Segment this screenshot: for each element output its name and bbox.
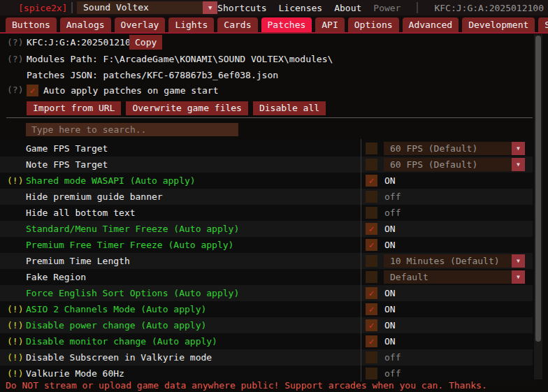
tab-development[interactable]: Development: [462, 17, 535, 32]
patch-select[interactable]: 60 FPS (Default)▼: [384, 158, 525, 171]
help-icon[interactable]: (?): [7, 52, 23, 66]
copy-button[interactable]: Copy: [129, 35, 162, 50]
patch-label: Shared mode WASAPI (Auto apply): [26, 175, 196, 186]
patch-control: 10 Minutes (Default)▼: [366, 253, 525, 269]
patch-checkbox[interactable]: ✓: [366, 319, 377, 331]
search-input[interactable]: [26, 123, 238, 136]
patch-checkbox[interactable]: ✓: [366, 287, 377, 299]
patch-checkbox[interactable]: [366, 207, 377, 219]
patch-label: Fake Region: [26, 272, 86, 282]
patch-checkbox[interactable]: ✓: [366, 303, 377, 315]
patch-list: Game FPS Target60 FPS (Default)▼Note FPS…: [0, 140, 533, 382]
patch-row: Standard/Menu Timer Freeze (Auto apply)✓…: [0, 221, 533, 237]
patch-checkbox[interactable]: [366, 271, 377, 283]
patch-row: Game FPS Target60 FPS (Default)▼: [0, 140, 533, 157]
patch-checkbox[interactable]: ✓: [366, 223, 377, 235]
warning-icon: (!): [7, 175, 23, 186]
game-selector-dropdown[interactable]: Sound Voltex ▼: [77, 1, 217, 14]
tab-patches[interactable]: Patches: [261, 17, 312, 32]
topbar-divider: [417, 2, 418, 13]
tab-buttons[interactable]: Buttons: [6, 17, 57, 32]
spice2x-window: [spice2x] Sound Voltex ▼ ShortcutsLicens…: [0, 0, 548, 392]
patch-action-buttons: Import from URLOverwrite game filesDisab…: [27, 101, 326, 115]
scrollbar-thumb[interactable]: [535, 36, 541, 342]
chevron-down-icon[interactable]: ▼: [203, 1, 217, 14]
patch-label: Valkurie Mode 60Hz: [26, 368, 124, 379]
patch-control: ✓ON: [366, 173, 396, 189]
topbar-divider: [71, 2, 73, 13]
patch-state-label: ON: [384, 175, 396, 186]
patch-checkbox[interactable]: [366, 143, 377, 154]
patch-row: (!)Valkurie Mode 60Hzoff: [0, 365, 533, 382]
patch-label: Note FPS Target: [26, 159, 108, 170]
patch-checkbox[interactable]: [366, 159, 377, 170]
tab-lights[interactable]: Lights: [168, 17, 214, 32]
game-version-label: KFC:J:G:A:2025012100: [434, 3, 544, 13]
chevron-down-icon[interactable]: ▼: [512, 270, 525, 284]
patch-row: (!)Shared mode WASAPI (Auto apply)✓ON: [0, 173, 533, 189]
warning-icon: (!): [7, 304, 23, 314]
patch-control: 60 FPS (Default)▼: [366, 157, 525, 173]
help-icon[interactable]: (?): [7, 36, 23, 50]
disable-all-button[interactable]: Disable all: [253, 101, 326, 115]
patch-checkbox[interactable]: ✓: [366, 335, 377, 347]
patch-checkbox[interactable]: ✓: [366, 239, 377, 251]
patch-row: Premium Time Length10 Minutes (Default)▼: [0, 253, 533, 269]
menu-item-power[interactable]: Power: [373, 3, 401, 13]
patch-state-label: off: [384, 352, 401, 363]
warning-icon: (!): [7, 368, 23, 379]
patch-label: Hide premium guide banner: [26, 191, 163, 202]
patch-label: Game FPS Target: [26, 143, 108, 154]
patches-json-row: Patches JSON: patches/KFC-678867b3_6ef03…: [0, 68, 531, 82]
patch-label: Hide all bottom text: [26, 208, 136, 218]
menu-item-licenses[interactable]: Licenses: [279, 3, 323, 13]
tab-search[interactable]: Search: [538, 17, 548, 32]
footer-notice: Do NOT stream or upload game data anywhe…: [6, 380, 487, 391]
patch-select[interactable]: 10 Minutes (Default)▼: [384, 254, 525, 268]
patch-state-label: ON: [384, 288, 396, 298]
auto-apply-checkbox[interactable]: ✓: [27, 85, 38, 96]
patch-state-label: off: [384, 208, 401, 218]
patch-state-label: off: [384, 368, 401, 379]
patch-checkbox[interactable]: [366, 255, 377, 267]
tab-cards[interactable]: Cards: [217, 17, 257, 32]
patch-row: Hide all bottom textoff: [0, 205, 533, 221]
patch-state-label: ON: [384, 320, 396, 331]
patch-select[interactable]: 60 FPS (Default)▼: [384, 142, 525, 155]
patch-control: Default▼: [366, 269, 525, 285]
chevron-down-icon[interactable]: ▼: [512, 254, 525, 268]
warning-icon: (!): [7, 352, 23, 363]
patch-label: Premium Time Length: [26, 256, 130, 266]
help-icon[interactable]: (?): [7, 85, 23, 95]
tab-options[interactable]: Options: [348, 17, 399, 32]
patch-row: Premium Free Timer Freeze (Auto apply)✓O…: [0, 237, 533, 253]
patch-state-label: ON: [384, 240, 396, 250]
patch-label: Disable monitor change (Auto apply): [26, 336, 217, 347]
patch-control: ✓ON: [366, 237, 396, 253]
menu-item-shortcuts[interactable]: Shortcuts: [217, 3, 266, 13]
tab-overlay[interactable]: Overlay: [115, 17, 166, 32]
warning-icon: (!): [7, 336, 23, 347]
patch-label: ASIO 2 Channels Mode (Auto apply): [26, 304, 206, 314]
patch-select[interactable]: Default▼: [384, 270, 525, 284]
patch-checkbox[interactable]: [366, 351, 377, 363]
chevron-down-icon[interactable]: ▼: [512, 142, 525, 155]
patch-control: off: [366, 189, 401, 205]
tab-api[interactable]: API: [315, 17, 344, 32]
game-id-row: (?) KFC:J:G:A:2025012100: [0, 36, 531, 50]
chevron-down-icon[interactable]: ▼: [512, 158, 525, 171]
menu-item-about[interactable]: About: [334, 3, 361, 13]
tab-advanced[interactable]: Advanced: [403, 17, 459, 32]
patch-row: Hide premium guide banneroff: [0, 189, 533, 205]
patch-checkbox[interactable]: [366, 191, 377, 203]
patch-checkbox[interactable]: ✓: [366, 175, 377, 187]
overwrite-game-files-button[interactable]: Overwrite game files: [126, 101, 248, 115]
patch-checkbox[interactable]: [366, 368, 377, 379]
patch-label: Disable power change (Auto apply): [26, 320, 206, 331]
tab-analogs[interactable]: Analogs: [60, 17, 111, 32]
import-from-url-button[interactable]: Import from URL: [27, 101, 121, 115]
patch-label: Disable Subscreen in Valkyrie mode: [26, 352, 212, 363]
patch-state-label: off: [384, 191, 401, 202]
patch-control: ✓ON: [366, 317, 396, 333]
app-brand[interactable]: [spice2x]: [18, 3, 67, 13]
